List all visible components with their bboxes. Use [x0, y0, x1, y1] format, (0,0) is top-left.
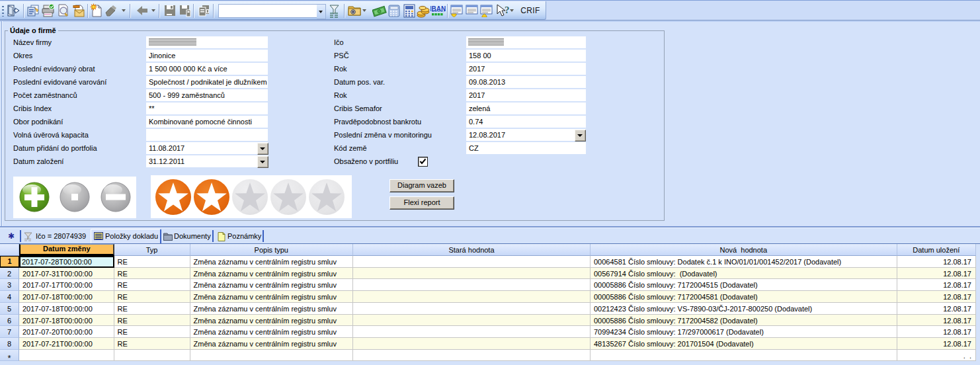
svg-text:?: ?	[505, 5, 509, 15]
